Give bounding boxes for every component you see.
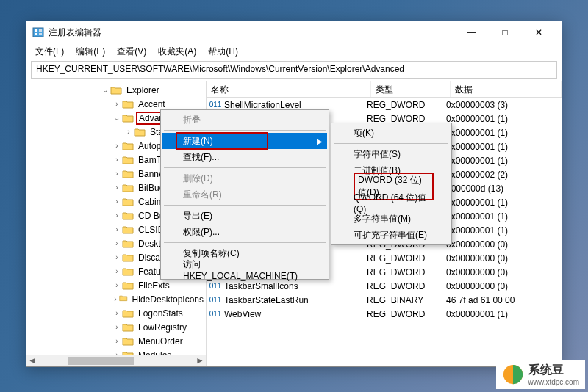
context-menu-main[interactable]: 折叠 新建(N)▶查找(F)...删除(D)重命名(R)导出(E)权限(P)..… xyxy=(160,109,329,280)
chevron-right-icon[interactable]: › xyxy=(112,142,122,150)
folder-icon xyxy=(110,85,122,95)
folder-icon xyxy=(119,294,128,305)
tree-label: MenuOrder xyxy=(136,335,185,347)
folder-icon xyxy=(134,127,146,137)
ctx-item: 重命名(R) xyxy=(162,186,327,203)
tree-scrollbar[interactable]: ◄ ► xyxy=(26,355,206,366)
chevron-right-icon[interactable]: › xyxy=(112,156,122,164)
list-row[interactable]: 011TaskbarSmallIconsREG_DWORD0x00000000 … xyxy=(207,279,562,293)
chevron-right-icon[interactable]: › xyxy=(112,281,122,289)
tree-label: FileExts xyxy=(136,280,172,291)
chevron-right-icon[interactable]: › xyxy=(112,295,119,303)
ctx-item[interactable]: QWORD (64 位)值(Q) xyxy=(333,195,450,211)
chevron-right-icon[interactable]: › xyxy=(112,267,122,275)
folder-icon xyxy=(122,155,134,165)
dword-icon: 011 xyxy=(209,280,222,292)
tree-label: Accent xyxy=(136,98,168,110)
folder-icon xyxy=(122,183,134,193)
chevron-right-icon[interactable]: › xyxy=(112,337,122,345)
folder-icon xyxy=(122,197,134,207)
ctx-item[interactable]: 可扩充字符串值(E) xyxy=(333,227,450,243)
ctx-item[interactable]: 访问 HKEY_LOCAL_MACHINE(T) xyxy=(162,261,327,277)
tree-node[interactable]: ›MenuOrder xyxy=(26,334,206,348)
ctx-item[interactable]: 查找(F)... xyxy=(162,149,327,165)
folder-icon xyxy=(122,169,134,179)
chevron-right-icon[interactable]: › xyxy=(112,211,122,219)
chevron-right-icon[interactable]: › xyxy=(112,253,122,261)
svg-rect-0 xyxy=(33,28,43,37)
tree-node[interactable]: ›LowRegistry xyxy=(26,320,206,334)
ctx-item[interactable]: 字符串值(S) xyxy=(333,146,450,162)
menu-item[interactable]: 文件(F) xyxy=(29,44,70,59)
chevron-right-icon[interactable]: › xyxy=(112,197,122,206)
minimize-button[interactable]: — xyxy=(454,21,488,43)
col-name[interactable]: 名称 xyxy=(207,81,371,97)
col-data[interactable]: 数据 xyxy=(451,81,562,97)
titlebar[interactable]: 注册表编辑器 — □ ✕ xyxy=(26,21,562,43)
chevron-right-icon[interactable]: › xyxy=(112,225,122,233)
list-row[interactable]: 011TaskbarStateLastRunREG_BINARY46 7f ad… xyxy=(207,293,562,307)
folder-icon xyxy=(122,141,134,151)
chevron-down-icon[interactable]: ⌄ xyxy=(112,114,122,122)
list-row[interactable]: 011WebViewREG_DWORD0x00000001 (1) xyxy=(207,307,562,321)
tree-node[interactable]: ›FileExts xyxy=(26,278,206,292)
menubar: 文件(F)编辑(E)查看(V)收藏夹(A)帮助(H) xyxy=(26,43,562,59)
folder-icon xyxy=(122,113,134,123)
watermark-url: www.xtdpc.com xyxy=(528,378,579,386)
context-menu-new[interactable]: 项(K)字符串值(S)二进制值(B)DWORD (32 位)值(D)QWORD … xyxy=(331,123,452,245)
tree-node[interactable]: ›HideDesktopIcons xyxy=(26,292,206,306)
chevron-right-icon[interactable]: › xyxy=(112,170,122,178)
chevron-right-icon[interactable]: › xyxy=(112,184,122,192)
dword-icon: 011 xyxy=(209,308,222,320)
folder-icon xyxy=(122,280,134,291)
watermark-name: 系统豆 xyxy=(528,363,579,378)
watermark-logo-icon xyxy=(502,363,524,385)
tree-label: HideDesktopIcons xyxy=(130,294,206,305)
folder-icon xyxy=(122,239,134,249)
chevron-down-icon[interactable]: ⌄ xyxy=(100,86,110,94)
svg-rect-4 xyxy=(39,33,42,35)
ctx-item[interactable]: 权限(P)... xyxy=(162,224,327,240)
address-bar[interactable]: HKEY_CURRENT_USER\SOFTWARE\Microsoft\Win… xyxy=(31,61,557,79)
svg-rect-3 xyxy=(39,29,42,32)
chevron-right-icon[interactable]: › xyxy=(112,323,122,331)
chevron-right-icon[interactable]: › xyxy=(112,309,122,317)
folder-icon xyxy=(122,99,134,109)
tree-node[interactable]: ⌄Explorer xyxy=(26,83,206,97)
tree-label: LogonStats xyxy=(136,308,185,319)
tree-label: LowRegistry xyxy=(136,322,189,333)
list-header[interactable]: 名称 类型 数据 xyxy=(207,81,562,98)
close-button[interactable]: ✕ xyxy=(522,21,556,43)
window-title: 注册表编辑器 xyxy=(49,26,454,39)
chevron-right-icon[interactable]: › xyxy=(123,128,134,136)
ctx-item[interactable]: 项(K) xyxy=(333,125,450,141)
folder-icon xyxy=(122,266,134,277)
folder-icon xyxy=(122,322,134,333)
ctx-item[interactable]: 导出(E) xyxy=(162,208,327,224)
dword-icon: 011 xyxy=(209,294,222,306)
watermark: 系统豆 www.xtdpc.com xyxy=(496,360,585,389)
folder-icon xyxy=(122,225,134,235)
menu-item[interactable]: 编辑(E) xyxy=(70,44,111,59)
ctx-item[interactable]: 新建(N)▶ xyxy=(162,133,327,149)
menu-item[interactable]: 查看(V) xyxy=(111,44,152,59)
folder-icon xyxy=(122,211,134,221)
chevron-right-icon[interactable]: › xyxy=(112,100,122,108)
maximize-button[interactable]: □ xyxy=(488,21,522,43)
folder-icon xyxy=(122,308,134,319)
scroll-thumb[interactable] xyxy=(68,357,134,365)
folder-icon xyxy=(122,336,134,346)
chevron-right-icon[interactable]: › xyxy=(112,239,122,247)
regedit-icon xyxy=(32,26,44,38)
menu-item[interactable]: 帮助(H) xyxy=(202,44,244,59)
tree-label: Explorer xyxy=(124,84,162,96)
svg-rect-1 xyxy=(35,29,37,32)
col-type[interactable]: 类型 xyxy=(371,81,451,97)
ctx-item[interactable]: 多字符串值(M) xyxy=(333,211,450,227)
ctx-item: 删除(D) xyxy=(162,170,327,186)
scroll-left-icon[interactable]: ◄ xyxy=(26,355,38,366)
folder-icon xyxy=(122,253,134,263)
menu-item[interactable]: 收藏夹(A) xyxy=(152,44,202,59)
scroll-right-icon[interactable]: ► xyxy=(194,355,206,366)
tree-node[interactable]: ›LogonStats xyxy=(26,306,206,320)
